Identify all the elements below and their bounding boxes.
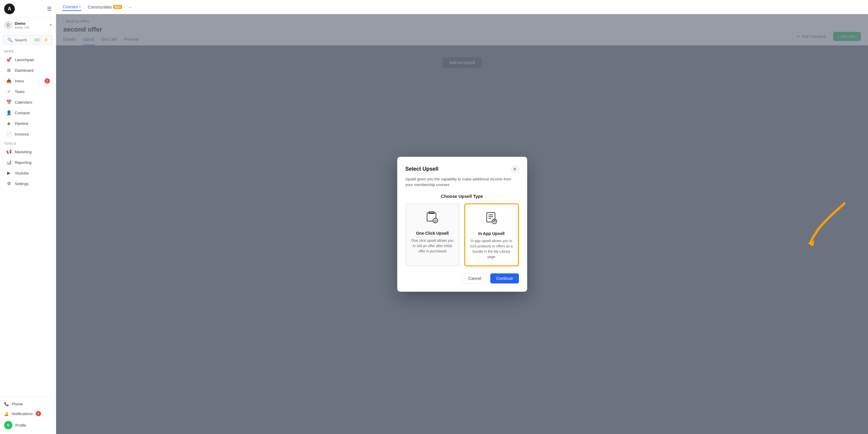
sidebar: A ☰ D Demo Irvine, CA ▾ 🔍 Search ⌘K ⚡ Ap… [0,0,56,434]
in-app-upsell-title: In App Upsell [470,231,513,236]
sidebar-item-label: Reporting [15,160,50,165]
communities-label: Communities [88,5,112,9]
sidebar-item-pipeline[interactable]: ◈ Pipeline [2,118,54,128]
sidebar-item-phone[interactable]: 📞 Phone [0,399,56,409]
user-location: Irvine, CA [15,26,48,29]
reporting-icon: 📊 [6,160,12,165]
topnav: Courses ▾ Communities New ··· [56,0,868,14]
profile-avatar: G [4,421,12,429]
sidebar-item-label: Pipeline [15,121,50,126]
sidebar-item-launchpad[interactable]: 🚀 Launchpad [2,55,54,65]
one-click-upsell-desc: One click upsell allows you to sell an o… [411,238,454,254]
sidebar-item-notifications[interactable]: 🔔 Notifications 9 [0,409,56,418]
sidebar-item-inbox[interactable]: 📥 Inbox 0 [2,76,54,86]
tasks-icon: ✓ [6,89,12,94]
pipeline-icon: ◈ [6,121,12,126]
notifications-badge: 9 [36,411,41,416]
pin-icon: ⚡ [43,37,49,42]
youtube-icon: ▶ [6,170,12,176]
sidebar-item-label: Settings [15,182,50,186]
contacts-icon: 👤 [6,110,12,116]
sidebar-item-label: Invoices [15,132,50,136]
topnav-communities[interactable]: Communities New [87,4,123,11]
settings-icon: ⚙ [6,181,12,186]
phone-label: Phone [12,402,23,406]
chevron-down-icon: ▾ [79,5,81,8]
inbox-icon: 📥 [6,78,12,84]
chevron-down-icon: ▾ [50,23,52,27]
tools-section-label: Tools [0,140,56,147]
continue-button[interactable]: Continue [490,273,519,283]
in-app-upsell-desc: In app upsell allows you to lock product… [470,238,513,259]
svg-text:@: @ [434,219,437,222]
svg-marker-13 [807,240,814,246]
topnav-more[interactable]: ··· [128,5,132,9]
sidebar-menu-toggle[interactable]: ☰ [47,6,52,12]
sidebar-item-dashboard[interactable]: ⊞ Dashboard [2,65,54,75]
dashboard-icon: ⊞ [6,68,12,73]
avatar: D [4,21,12,29]
launchpad-icon: 🚀 [6,57,12,62]
notifications-label: Notifications [12,411,33,416]
search-shortcut: ⌘K [33,38,41,42]
modal-section-title: Choose Upsell Type [405,194,519,199]
modal-title: Select Upsell [405,166,439,172]
search-button[interactable]: 🔍 Search ⌘K ⚡ [3,35,53,45]
arrow-annotation [803,194,850,249]
sidebar-item-label: Inbox [15,79,42,83]
modal-footer: Cancel Continue [405,273,519,283]
page-area: ‹ Back to offers second offer Details Up… [56,14,868,434]
modal-description: Upsell gives you the capability to make … [405,176,519,188]
sidebar-user[interactable]: D Demo Irvine, CA ▾ [0,18,56,32]
upsell-options: @ One Click Upsell One click upsell allo… [405,204,519,266]
new-badge: New [113,5,122,9]
topnav-courses[interactable]: Courses ▾ [62,3,81,11]
profile-label: Profile [16,423,26,428]
in-app-upsell-option[interactable]: In App Upsell In app upsell allows you t… [464,204,519,266]
sidebar-item-settings[interactable]: ⚙ Settings [2,179,54,189]
invoices-icon: 📄 [6,131,12,137]
calendars-icon: 📅 [6,99,12,105]
bell-icon: 🔔 [4,411,9,416]
one-click-upsell-option[interactable]: @ One Click Upsell One click upsell allo… [405,204,460,266]
modal-overlay: Select Upsell ✕ Upsell gives you the cap… [56,14,868,434]
sidebar-item-contacts[interactable]: 👤 Contacts [2,108,54,118]
modal-close-button[interactable]: ✕ [510,165,519,173]
select-upsell-modal: Select Upsell ✕ Upsell gives you the cap… [397,157,527,292]
user-name: Demo [15,21,48,26]
courses-label: Courses [63,4,78,9]
in-app-upsell-icon [470,210,513,228]
sidebar-item-marketing[interactable]: 📢 Marketing [2,147,54,157]
main-content: Courses ▾ Communities New ··· ‹ Back to … [56,0,868,434]
sidebar-item-label: Calendars [15,100,50,104]
modal-header: Select Upsell ✕ [405,165,519,173]
marketing-icon: 📢 [6,149,12,154]
sidebar-item-tasks[interactable]: ✓ Tasks [2,87,54,97]
sidebar-item-invoices[interactable]: 📄 Invoices [2,129,54,139]
sidebar-item-youtube[interactable]: ▶ Youtube [2,168,54,178]
one-click-upsell-icon: @ [411,210,454,228]
apps-section-label: Apps [0,47,56,54]
sidebar-item-label: Marketing [15,150,50,154]
inbox-badge: 0 [44,78,50,84]
sidebar-item-label: Contacts [15,111,50,115]
sidebar-item-label: Dashboard [15,68,50,73]
sidebar-item-profile[interactable]: G Profile [0,418,56,432]
sidebar-header: A ☰ [0,0,56,18]
search-icon: 🔍 [7,37,12,42]
search-label: Search [15,38,31,42]
phone-icon: 📞 [4,402,9,406]
sidebar-item-label: Tasks [15,89,50,94]
sidebar-item-label: Youtube [15,171,50,175]
sidebar-item-reporting[interactable]: 📊 Reporting [2,157,54,167]
sidebar-logo: A [4,4,15,14]
cancel-button[interactable]: Cancel [463,273,487,283]
sidebar-item-calendars[interactable]: 📅 Calendars [2,97,54,107]
one-click-upsell-title: One Click Upsell [411,231,454,236]
sidebar-item-label: Launchpad [15,58,50,62]
sidebar-footer: 📞 Phone 🔔 Notifications 9 G Profile [0,397,56,434]
